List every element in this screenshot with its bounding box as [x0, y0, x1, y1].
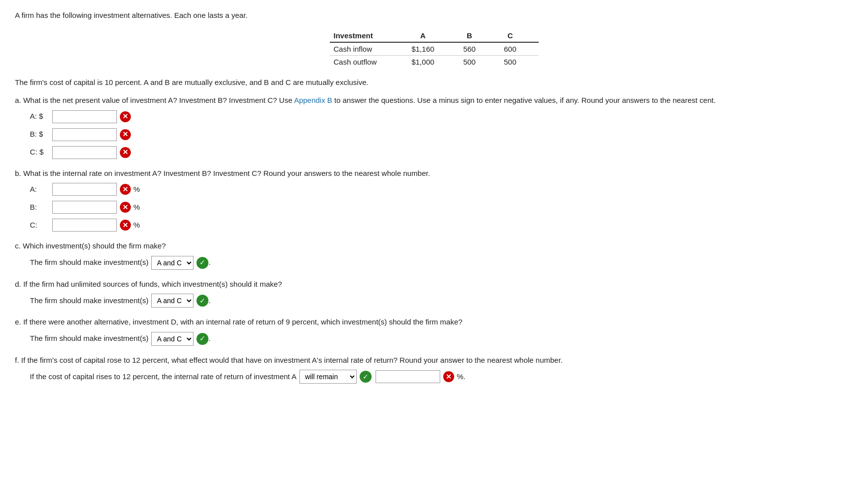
part-a-error-a[interactable]: ✕ — [120, 111, 131, 122]
part-c-block: c. Which investment(s) should the firm m… — [15, 241, 853, 270]
part-a-label-c: C: $ — [30, 147, 52, 158]
part-a-input-c-row: C: $ ✕ — [30, 146, 853, 159]
intro-text: A firm has the following investment alte… — [15, 10, 853, 21]
part-e-block: e. If there were another alternative, in… — [15, 317, 853, 346]
table-cell: 500 — [457, 55, 498, 68]
part-b-input-c-row: C: ✕ % — [30, 219, 853, 232]
table-header-investment: Investment — [330, 29, 405, 42]
part-e-text: The firm should make investment(s) — [30, 333, 148, 344]
part-b-input-b[interactable] — [52, 201, 117, 214]
part-a-input-c[interactable] — [52, 146, 117, 159]
table-cell: $1,000 — [405, 55, 457, 68]
part-d-text: The firm should make investment(s) — [30, 295, 148, 307]
part-f-unit: %. — [457, 371, 466, 383]
part-b-unit-a: % — [133, 184, 140, 195]
part-a-input-a-row: A: $ ✕ — [30, 110, 853, 123]
part-c-period: . — [208, 257, 210, 268]
part-a-label-a: A: $ — [30, 111, 52, 122]
table-header-a: A — [405, 29, 457, 42]
part-f-select[interactable]: will remain will increase will decrease — [299, 370, 357, 384]
part-a-question-cont: to answer the questions. Use a minus sig… — [334, 96, 716, 104]
part-b-question: b. What is the internal rate on investme… — [15, 168, 853, 179]
investment-table: Investment A B C Cash inflow$1,160560600… — [330, 29, 539, 68]
part-b-error-b[interactable]: ✕ — [120, 202, 131, 213]
part-b-error-a[interactable]: ✕ — [120, 184, 131, 195]
table-cell: 500 — [498, 55, 539, 68]
table-cell: Cash outflow — [330, 55, 405, 68]
part-e-success: ✓ — [196, 333, 208, 345]
part-b-input-c[interactable] — [52, 219, 117, 232]
part-a-block: a. What is the net present value of inve… — [15, 95, 853, 159]
part-a-label-b: B: $ — [30, 129, 52, 140]
part-a-input-a[interactable] — [52, 110, 117, 123]
part-f-success: ✓ — [360, 371, 372, 383]
part-b-unit-c: % — [133, 220, 140, 231]
part-b-label-a: A: — [30, 184, 52, 195]
part-e-period: . — [208, 333, 210, 344]
part-c-select[interactable]: A and C A and B B and C A B C — [151, 256, 193, 270]
part-f-dropdown-row: If the cost of capital rises to 12 perce… — [30, 370, 853, 384]
appendix-b-link[interactable]: Appendix B — [294, 96, 332, 104]
table-cell: 560 — [457, 42, 498, 56]
part-d-dropdown-row: The firm should make investment(s) A and… — [30, 294, 853, 308]
part-b-error-c[interactable]: ✕ — [120, 220, 131, 231]
part-c-success: ✓ — [196, 257, 208, 269]
part-b-block: b. What is the internal rate on investme… — [15, 168, 853, 232]
part-a-question-text: a. What is the net present value of inve… — [15, 96, 292, 104]
table-cell: 600 — [498, 42, 539, 56]
part-b-input-b-row: B: ✕ % — [30, 201, 853, 214]
table-cell: $1,160 — [405, 42, 457, 56]
part-b-input-a[interactable] — [52, 183, 117, 196]
part-b-input-a-row: A: ✕ % — [30, 183, 853, 196]
part-f-input[interactable] — [376, 370, 440, 383]
part-b-unit-b: % — [133, 202, 140, 213]
table-row: Cash inflow$1,160560600 — [330, 42, 539, 56]
part-b-label-c: C: — [30, 220, 52, 231]
part-f-error[interactable]: ✕ — [443, 371, 454, 382]
table-header-c: C — [498, 29, 539, 42]
part-e-question: e. If there were another alternative, in… — [15, 317, 853, 328]
part-b-label-b: B: — [30, 202, 52, 213]
part-d-block: d. If the firm had unlimited sources of … — [15, 279, 853, 308]
part-d-question: d. If the firm had unlimited sources of … — [15, 279, 853, 290]
part-a-input-b[interactable] — [52, 128, 117, 141]
part-d-select[interactable]: A and C A and B B and C A B C — [151, 294, 193, 308]
part-c-question: c. Which investment(s) should the firm m… — [15, 241, 853, 252]
part-f-text: If the cost of capital rises to 12 perce… — [30, 371, 296, 383]
cost-of-capital-text: The firm's cost of capital is 10 percent… — [15, 77, 853, 88]
part-f-block: f. If the firm's cost of capital rose to… — [15, 355, 853, 384]
table-header-b: B — [457, 29, 498, 42]
part-a-input-b-row: B: $ ✕ — [30, 128, 853, 141]
part-c-dropdown-row: The firm should make investment(s) A and… — [30, 256, 853, 270]
part-e-select[interactable]: A and C A and B B and C A B C — [151, 332, 193, 346]
part-f-question: f. If the firm's cost of capital rose to… — [15, 355, 853, 366]
part-d-success: ✓ — [196, 295, 208, 307]
part-a-error-b[interactable]: ✕ — [120, 129, 131, 140]
part-d-period: . — [208, 295, 210, 307]
table-cell: Cash inflow — [330, 42, 405, 56]
part-e-dropdown-row: The firm should make investment(s) A and… — [30, 332, 853, 346]
part-c-text: The firm should make investment(s) — [30, 257, 148, 268]
part-a-error-c[interactable]: ✕ — [120, 147, 131, 158]
part-a-question: a. What is the net present value of inve… — [15, 95, 853, 106]
table-row: Cash outflow$1,000500500 — [330, 55, 539, 68]
